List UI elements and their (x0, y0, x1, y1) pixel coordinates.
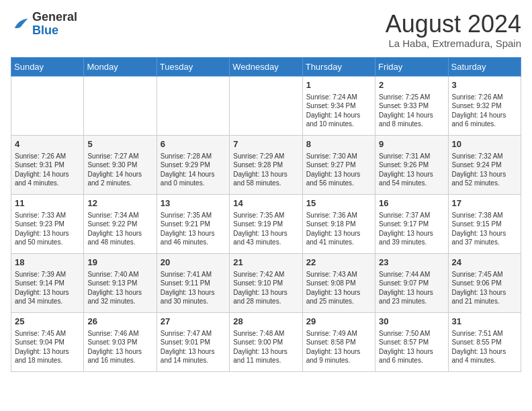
day-number: 17 (452, 197, 517, 210)
calendar-cell: 10Sunrise: 7:32 AMSunset: 9:24 PMDayligh… (448, 135, 521, 194)
calendar-cell: 6Sunrise: 7:28 AMSunset: 9:29 PMDaylight… (157, 135, 229, 194)
day-number: 15 (306, 197, 371, 210)
calendar-week-3: 18Sunrise: 7:39 AMSunset: 9:14 PMDayligh… (11, 253, 521, 312)
day-info: Sunrise: 7:35 AMSunset: 9:21 PMDaylight:… (161, 211, 226, 247)
calendar-header: SundayMondayTuesdayWednesdayThursdayFrid… (11, 57, 521, 76)
weekday-header-wednesday: Wednesday (230, 57, 302, 76)
calendar-cell (230, 76, 302, 135)
calendar-cell: 28Sunrise: 7:48 AMSunset: 9:00 PMDayligh… (230, 312, 302, 371)
calendar-cell: 19Sunrise: 7:40 AMSunset: 9:13 PMDayligh… (84, 253, 157, 312)
weekday-row: SundayMondayTuesdayWednesdayThursdayFrid… (11, 57, 521, 76)
day-info: Sunrise: 7:32 AMSunset: 9:24 PMDaylight:… (452, 152, 517, 188)
day-info: Sunrise: 7:35 AMSunset: 9:19 PMDaylight:… (233, 211, 298, 247)
calendar-cell: 8Sunrise: 7:30 AMSunset: 9:27 PMDaylight… (302, 135, 375, 194)
day-number: 18 (15, 257, 80, 269)
day-info: Sunrise: 7:26 AMSunset: 9:31 PMDaylight:… (15, 152, 80, 188)
day-info: Sunrise: 7:44 AMSunset: 9:07 PMDaylight:… (379, 270, 444, 306)
day-number: 25 (15, 316, 80, 328)
day-number: 16 (379, 197, 444, 210)
calendar-body: 1Sunrise: 7:24 AMSunset: 9:34 PMDaylight… (11, 76, 521, 371)
day-number: 23 (379, 257, 444, 269)
day-number: 6 (161, 138, 226, 150)
title-block: August 2024 La Haba, Extremadura, Spain (386, 11, 521, 49)
day-info: Sunrise: 7:49 AMSunset: 8:58 PMDaylight:… (306, 329, 371, 365)
day-info: Sunrise: 7:45 AMSunset: 9:06 PMDaylight:… (452, 270, 517, 306)
day-number: 29 (306, 316, 371, 328)
day-number: 14 (233, 197, 298, 210)
calendar-cell (157, 76, 229, 135)
day-number: 8 (306, 138, 371, 150)
calendar-week-0: 1Sunrise: 7:24 AMSunset: 9:34 PMDaylight… (11, 76, 521, 135)
day-info: Sunrise: 7:51 AMSunset: 8:55 PMDaylight:… (452, 329, 517, 365)
day-number: 11 (15, 197, 80, 210)
day-info: Sunrise: 7:47 AMSunset: 9:01 PMDaylight:… (161, 329, 226, 365)
calendar-cell: 13Sunrise: 7:35 AMSunset: 9:21 PMDayligh… (157, 194, 229, 253)
weekday-header-monday: Monday (84, 57, 157, 76)
day-info: Sunrise: 7:37 AMSunset: 9:17 PMDaylight:… (379, 211, 444, 247)
day-number: 20 (161, 257, 226, 269)
calendar-cell: 17Sunrise: 7:38 AMSunset: 9:15 PMDayligh… (448, 194, 521, 253)
calendar-cell: 16Sunrise: 7:37 AMSunset: 9:17 PMDayligh… (375, 194, 448, 253)
calendar-cell (84, 76, 157, 135)
day-info: Sunrise: 7:36 AMSunset: 9:18 PMDaylight:… (306, 211, 371, 247)
day-number: 3 (452, 79, 517, 91)
day-number: 21 (233, 257, 298, 269)
day-number: 5 (87, 138, 152, 150)
day-info: Sunrise: 7:43 AMSunset: 9:08 PMDaylight:… (306, 270, 371, 306)
day-info: Sunrise: 7:34 AMSunset: 9:22 PMDaylight:… (87, 211, 152, 247)
day-info: Sunrise: 7:39 AMSunset: 9:14 PMDaylight:… (15, 270, 80, 306)
day-info: Sunrise: 7:24 AMSunset: 9:34 PMDaylight:… (306, 93, 371, 129)
day-number: 7 (233, 138, 298, 150)
logo-blue: Blue (32, 24, 77, 38)
calendar-cell: 22Sunrise: 7:43 AMSunset: 9:08 PMDayligh… (302, 253, 375, 312)
calendar-cell: 26Sunrise: 7:46 AMSunset: 9:03 PMDayligh… (84, 312, 157, 371)
day-info: Sunrise: 7:29 AMSunset: 9:28 PMDaylight:… (233, 152, 298, 188)
location-subtitle: La Haba, Extremadura, Spain (386, 38, 521, 49)
month-year-title: August 2024 (386, 11, 521, 38)
calendar-cell: 14Sunrise: 7:35 AMSunset: 9:19 PMDayligh… (230, 194, 302, 253)
calendar-cell: 25Sunrise: 7:45 AMSunset: 9:04 PMDayligh… (11, 312, 84, 371)
calendar-table: SundayMondayTuesdayWednesdayThursdayFrid… (11, 57, 521, 372)
calendar-cell: 27Sunrise: 7:47 AMSunset: 9:01 PMDayligh… (157, 312, 229, 371)
logo-bird-icon (11, 15, 30, 34)
day-info: Sunrise: 7:48 AMSunset: 9:00 PMDaylight:… (233, 329, 298, 365)
day-info: Sunrise: 7:33 AMSunset: 9:23 PMDaylight:… (15, 211, 80, 247)
weekday-header-thursday: Thursday (302, 57, 375, 76)
calendar-cell: 29Sunrise: 7:49 AMSunset: 8:58 PMDayligh… (302, 312, 375, 371)
day-number: 26 (87, 316, 152, 328)
calendar-cell: 18Sunrise: 7:39 AMSunset: 9:14 PMDayligh… (11, 253, 84, 312)
calendar-cell: 20Sunrise: 7:41 AMSunset: 9:11 PMDayligh… (157, 253, 229, 312)
day-number: 1 (306, 79, 371, 91)
calendar-cell: 12Sunrise: 7:34 AMSunset: 9:22 PMDayligh… (84, 194, 157, 253)
day-info: Sunrise: 7:31 AMSunset: 9:26 PMDaylight:… (379, 152, 444, 188)
calendar-cell: 4Sunrise: 7:26 AMSunset: 9:31 PMDaylight… (11, 135, 84, 194)
day-number: 19 (87, 257, 152, 269)
calendar-cell: 7Sunrise: 7:29 AMSunset: 9:28 PMDaylight… (230, 135, 302, 194)
calendar-cell: 15Sunrise: 7:36 AMSunset: 9:18 PMDayligh… (302, 194, 375, 253)
day-info: Sunrise: 7:46 AMSunset: 9:03 PMDaylight:… (87, 329, 152, 365)
calendar-cell: 24Sunrise: 7:45 AMSunset: 9:06 PMDayligh… (448, 253, 521, 312)
weekday-header-sunday: Sunday (11, 57, 84, 76)
calendar-cell: 21Sunrise: 7:42 AMSunset: 9:10 PMDayligh… (230, 253, 302, 312)
day-number: 30 (379, 316, 444, 328)
day-info: Sunrise: 7:27 AMSunset: 9:30 PMDaylight:… (87, 152, 152, 188)
calendar-cell: 23Sunrise: 7:44 AMSunset: 9:07 PMDayligh… (375, 253, 448, 312)
day-info: Sunrise: 7:38 AMSunset: 9:15 PMDaylight:… (452, 211, 517, 247)
day-number: 9 (379, 138, 444, 150)
day-info: Sunrise: 7:50 AMSunset: 8:57 PMDaylight:… (379, 329, 444, 365)
day-number: 2 (379, 79, 444, 91)
calendar-cell (11, 76, 84, 135)
day-info: Sunrise: 7:26 AMSunset: 9:32 PMDaylight:… (452, 93, 517, 129)
day-number: 13 (161, 197, 226, 210)
page-header: General Blue August 2024 La Haba, Extrem… (11, 11, 521, 49)
calendar-week-4: 25Sunrise: 7:45 AMSunset: 9:04 PMDayligh… (11, 312, 521, 371)
calendar-cell: 9Sunrise: 7:31 AMSunset: 9:26 PMDaylight… (375, 135, 448, 194)
day-number: 12 (87, 197, 152, 210)
day-info: Sunrise: 7:41 AMSunset: 9:11 PMDaylight:… (161, 270, 226, 306)
day-number: 10 (452, 138, 517, 150)
day-number: 24 (452, 257, 517, 269)
calendar-week-2: 11Sunrise: 7:33 AMSunset: 9:23 PMDayligh… (11, 194, 521, 253)
calendar-cell: 11Sunrise: 7:33 AMSunset: 9:23 PMDayligh… (11, 194, 84, 253)
day-info: Sunrise: 7:40 AMSunset: 9:13 PMDaylight:… (87, 270, 152, 306)
calendar-cell: 2Sunrise: 7:25 AMSunset: 9:33 PMDaylight… (375, 76, 448, 135)
